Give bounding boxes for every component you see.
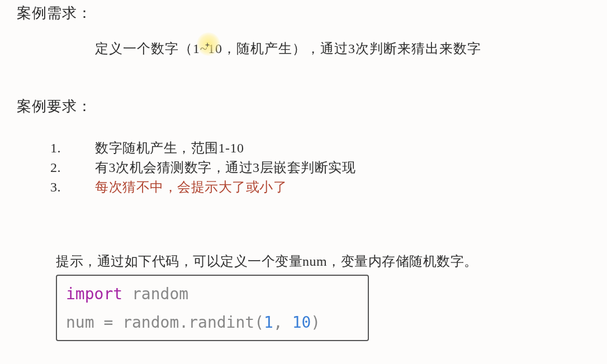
list-text: 每次猜不中，会提示大了或小了 — [95, 178, 287, 197]
code-block: import random num = random.randint(1, 10… — [56, 275, 369, 341]
list-item: 2. 有3次机会猜测数字，通过3层嵌套判断实现 — [50, 158, 590, 178]
number-literal: 1 — [264, 313, 273, 332]
operator-equals: = — [103, 313, 113, 332]
list-text: 有3次机会猜测数字，通过3层嵌套判断实现 — [95, 158, 355, 178]
module-random: random — [132, 285, 188, 303]
variable-num: num — [66, 313, 94, 332]
list-number: 1. — [50, 138, 95, 158]
paren-left: ( — [254, 313, 264, 332]
operator-dot: . — [179, 313, 188, 332]
object-random: random — [122, 313, 179, 332]
comma: , — [273, 313, 283, 332]
rules-list: 1. 数字随机产生，范围1-10 2. 有3次机会猜测数字，通过3层嵌套判断实现… — [50, 138, 590, 197]
list-number: 3. — [50, 178, 95, 197]
list-item: 1. 数字随机产生，范围1-10 — [50, 138, 590, 158]
keyword-import: import — [66, 285, 122, 303]
space — [283, 313, 292, 332]
list-item: 3. 每次猜不中，会提示大了或小了 — [50, 178, 590, 197]
section-title-requirements: 案例需求： — [17, 3, 590, 23]
number-literal: 10 — [292, 313, 311, 332]
code-line-2: num = random.randint(1, 10) — [66, 309, 359, 337]
paren-right: ) — [311, 313, 320, 332]
code-line-1: import random — [66, 280, 359, 308]
function-randint: randint — [188, 313, 254, 332]
section-title-rules: 案例要求： — [17, 97, 590, 116]
list-text: 数字随机产生，范围1-10 — [95, 138, 244, 158]
section-description: 定义一个数字（1~10，随机产生），通过3次判断来猜出来数字 — [95, 40, 590, 58]
document-body: 案例需求： 定义一个数字（1~10，随机产生），通过3次判断来猜出来数字 案例要… — [0, 0, 607, 341]
hint-text: 提示，通过如下代码，可以定义一个变量num，变量内存储随机数字。 — [56, 252, 590, 270]
list-number: 2. — [50, 158, 95, 178]
